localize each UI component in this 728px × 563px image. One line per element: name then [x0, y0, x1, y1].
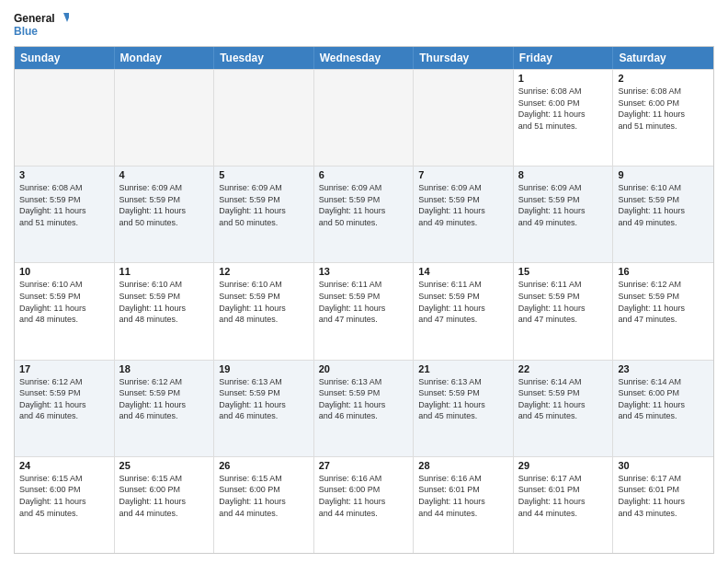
- day-cell-6: 6Sunrise: 6:09 AMSunset: 5:59 PMDaylight…: [314, 167, 415, 262]
- week-row-5: 24Sunrise: 6:15 AMSunset: 6:00 PMDayligh…: [15, 456, 713, 553]
- day-number: 2: [618, 73, 709, 84]
- day-number: 3: [19, 169, 109, 180]
- week-row-3: 10Sunrise: 6:10 AMSunset: 5:59 PMDayligh…: [15, 262, 713, 359]
- day-info: Sunrise: 6:14 AMSunset: 5:59 PMDaylight:…: [518, 376, 609, 422]
- day-info: Sunrise: 6:08 AMSunset: 6:00 PMDaylight:…: [518, 86, 609, 132]
- day-cell-13: 13Sunrise: 6:11 AMSunset: 5:59 PMDayligh…: [314, 263, 415, 359]
- day-header-thursday: Thursday: [414, 47, 514, 69]
- empty-cell: [414, 70, 514, 166]
- day-info: Sunrise: 6:13 AMSunset: 5:59 PMDaylight:…: [219, 376, 309, 422]
- day-info: Sunrise: 6:14 AMSunset: 6:00 PMDaylight:…: [618, 376, 709, 422]
- day-cell-15: 15Sunrise: 6:11 AMSunset: 5:59 PMDayligh…: [514, 263, 614, 359]
- day-info: Sunrise: 6:17 AMSunset: 6:01 PMDaylight:…: [618, 473, 709, 519]
- day-info: Sunrise: 6:10 AMSunset: 5:59 PMDaylight:…: [19, 279, 109, 325]
- day-header-wednesday: Wednesday: [314, 47, 415, 69]
- day-info: Sunrise: 6:11 AMSunset: 5:59 PMDaylight:…: [418, 279, 508, 325]
- day-number: 27: [319, 460, 409, 471]
- empty-cell: [314, 70, 415, 166]
- day-info: Sunrise: 6:16 AMSunset: 6:01 PMDaylight:…: [418, 473, 508, 519]
- empty-cell: [15, 70, 115, 166]
- day-cell-12: 12Sunrise: 6:10 AMSunset: 5:59 PMDayligh…: [214, 263, 314, 359]
- calendar: SundayMondayTuesdayWednesdayThursdayFrid…: [14, 46, 714, 554]
- day-info: Sunrise: 6:10 AMSunset: 5:59 PMDaylight:…: [219, 279, 309, 325]
- day-number: 10: [19, 266, 109, 277]
- day-info: Sunrise: 6:09 AMSunset: 5:59 PMDaylight:…: [418, 182, 508, 228]
- day-cell-19: 19Sunrise: 6:13 AMSunset: 5:59 PMDayligh…: [214, 361, 314, 456]
- day-info: Sunrise: 6:10 AMSunset: 5:59 PMDaylight:…: [119, 279, 210, 325]
- day-info: Sunrise: 6:12 AMSunset: 5:59 PMDaylight:…: [618, 279, 709, 325]
- day-cell-22: 22Sunrise: 6:14 AMSunset: 5:59 PMDayligh…: [514, 361, 614, 456]
- day-number: 30: [618, 460, 709, 471]
- day-cell-21: 21Sunrise: 6:13 AMSunset: 5:59 PMDayligh…: [414, 361, 514, 456]
- day-cell-20: 20Sunrise: 6:13 AMSunset: 5:59 PMDayligh…: [314, 361, 415, 456]
- day-number: 26: [219, 460, 309, 471]
- day-cell-9: 9Sunrise: 6:10 AMSunset: 5:59 PMDaylight…: [613, 167, 713, 262]
- week-row-1: 1Sunrise: 6:08 AMSunset: 6:00 PMDaylight…: [15, 69, 713, 166]
- logo-icon: General Blue: [14, 9, 69, 39]
- day-number: 7: [418, 169, 508, 180]
- logo: General Blue: [14, 9, 69, 39]
- day-info: Sunrise: 6:13 AMSunset: 5:59 PMDaylight:…: [418, 376, 508, 422]
- day-number: 17: [19, 363, 109, 374]
- page-header: General Blue: [14, 9, 714, 39]
- day-cell-7: 7Sunrise: 6:09 AMSunset: 5:59 PMDaylight…: [414, 167, 514, 262]
- day-cell-24: 24Sunrise: 6:15 AMSunset: 6:00 PMDayligh…: [15, 457, 115, 553]
- day-cell-17: 17Sunrise: 6:12 AMSunset: 5:59 PMDayligh…: [15, 361, 115, 456]
- day-info: Sunrise: 6:09 AMSunset: 5:59 PMDaylight:…: [319, 182, 409, 228]
- day-cell-8: 8Sunrise: 6:09 AMSunset: 5:59 PMDaylight…: [514, 167, 614, 262]
- day-info: Sunrise: 6:12 AMSunset: 5:59 PMDaylight:…: [19, 376, 109, 422]
- day-cell-10: 10Sunrise: 6:10 AMSunset: 5:59 PMDayligh…: [15, 263, 115, 359]
- day-info: Sunrise: 6:08 AMSunset: 5:59 PMDaylight:…: [19, 182, 109, 228]
- empty-cell: [214, 70, 314, 166]
- day-number: 25: [119, 460, 210, 471]
- day-cell-2: 2Sunrise: 6:08 AMSunset: 6:00 PMDaylight…: [613, 70, 713, 166]
- day-cell-11: 11Sunrise: 6:10 AMSunset: 5:59 PMDayligh…: [115, 263, 215, 359]
- day-info: Sunrise: 6:15 AMSunset: 6:00 PMDaylight:…: [219, 473, 309, 519]
- day-number: 4: [119, 169, 210, 180]
- day-cell-3: 3Sunrise: 6:08 AMSunset: 5:59 PMDaylight…: [15, 167, 115, 262]
- day-info: Sunrise: 6:17 AMSunset: 6:01 PMDaylight:…: [518, 473, 609, 519]
- day-number: 20: [319, 363, 409, 374]
- day-header-saturday: Saturday: [613, 47, 713, 69]
- day-number: 11: [119, 266, 210, 277]
- day-number: 21: [418, 363, 508, 374]
- day-info: Sunrise: 6:09 AMSunset: 5:59 PMDaylight:…: [518, 182, 609, 228]
- day-cell-30: 30Sunrise: 6:17 AMSunset: 6:01 PMDayligh…: [613, 457, 713, 553]
- svg-marker-2: [63, 13, 69, 22]
- day-cell-18: 18Sunrise: 6:12 AMSunset: 5:59 PMDayligh…: [115, 361, 215, 456]
- week-row-4: 17Sunrise: 6:12 AMSunset: 5:59 PMDayligh…: [15, 360, 713, 456]
- day-info: Sunrise: 6:11 AMSunset: 5:59 PMDaylight:…: [518, 279, 609, 325]
- day-header-tuesday: Tuesday: [214, 47, 314, 69]
- svg-text:Blue: Blue: [14, 25, 38, 38]
- page: General Blue SundayMondayTuesdayWednesda…: [0, 0, 728, 563]
- day-header-sunday: Sunday: [15, 47, 115, 69]
- week-row-2: 3Sunrise: 6:08 AMSunset: 5:59 PMDaylight…: [15, 166, 713, 262]
- day-number: 15: [518, 266, 609, 277]
- day-info: Sunrise: 6:13 AMSunset: 5:59 PMDaylight:…: [319, 376, 409, 422]
- day-header-monday: Monday: [115, 47, 215, 69]
- day-number: 5: [219, 169, 309, 180]
- day-cell-4: 4Sunrise: 6:09 AMSunset: 5:59 PMDaylight…: [115, 167, 215, 262]
- empty-cell: [115, 70, 215, 166]
- day-info: Sunrise: 6:08 AMSunset: 6:00 PMDaylight:…: [618, 86, 709, 132]
- day-number: 12: [219, 266, 309, 277]
- calendar-body: 1Sunrise: 6:08 AMSunset: 6:00 PMDaylight…: [15, 69, 713, 553]
- day-number: 18: [119, 363, 210, 374]
- day-number: 6: [319, 169, 409, 180]
- day-info: Sunrise: 6:09 AMSunset: 5:59 PMDaylight:…: [119, 182, 210, 228]
- day-number: 13: [319, 266, 409, 277]
- day-info: Sunrise: 6:10 AMSunset: 5:59 PMDaylight:…: [618, 182, 709, 228]
- day-cell-14: 14Sunrise: 6:11 AMSunset: 5:59 PMDayligh…: [414, 263, 514, 359]
- day-info: Sunrise: 6:15 AMSunset: 6:00 PMDaylight:…: [19, 473, 109, 519]
- day-number: 1: [518, 73, 609, 84]
- day-info: Sunrise: 6:09 AMSunset: 5:59 PMDaylight:…: [219, 182, 309, 228]
- day-number: 22: [518, 363, 609, 374]
- day-info: Sunrise: 6:11 AMSunset: 5:59 PMDaylight:…: [319, 279, 409, 325]
- day-number: 24: [19, 460, 109, 471]
- day-number: 16: [618, 266, 709, 277]
- day-header-friday: Friday: [514, 47, 614, 69]
- svg-text:General: General: [14, 12, 55, 25]
- day-cell-25: 25Sunrise: 6:15 AMSunset: 6:00 PMDayligh…: [115, 457, 215, 553]
- day-info: Sunrise: 6:15 AMSunset: 6:00 PMDaylight:…: [119, 473, 210, 519]
- day-cell-5: 5Sunrise: 6:09 AMSunset: 5:59 PMDaylight…: [214, 167, 314, 262]
